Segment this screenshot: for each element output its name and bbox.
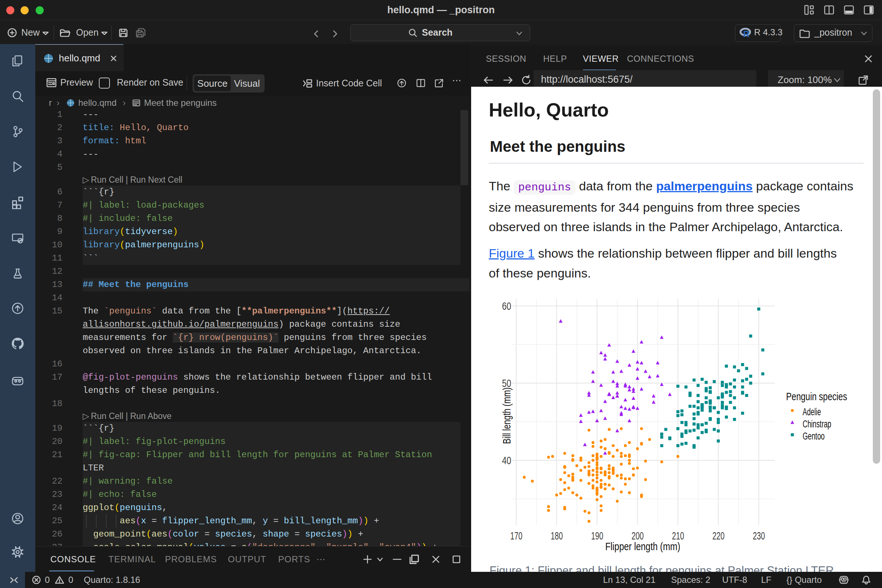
svg-text:220: 220	[712, 530, 725, 542]
svg-text:Penguin species: Penguin species	[786, 390, 847, 402]
svg-text:60: 60	[502, 300, 511, 312]
svg-text:190: 190	[591, 530, 603, 542]
svg-text:230: 230	[753, 530, 765, 542]
svg-text:R: R	[743, 29, 749, 39]
svg-text:Chinstrap: Chinstrap	[802, 418, 831, 430]
svg-text:40: 40	[502, 454, 511, 466]
svg-text:Flipper length (mm): Flipper length (mm)	[605, 541, 680, 552]
svg-text:170: 170	[510, 530, 523, 542]
svg-text:Gentoo: Gentoo	[802, 431, 825, 442]
svg-text:200: 200	[632, 530, 644, 542]
svg-text:210: 210	[672, 530, 684, 542]
svg-text:Bill length (mm): Bill length (mm)	[501, 387, 513, 444]
svg-text:180: 180	[551, 530, 563, 542]
svg-text:Adelie: Adelie	[802, 406, 821, 417]
